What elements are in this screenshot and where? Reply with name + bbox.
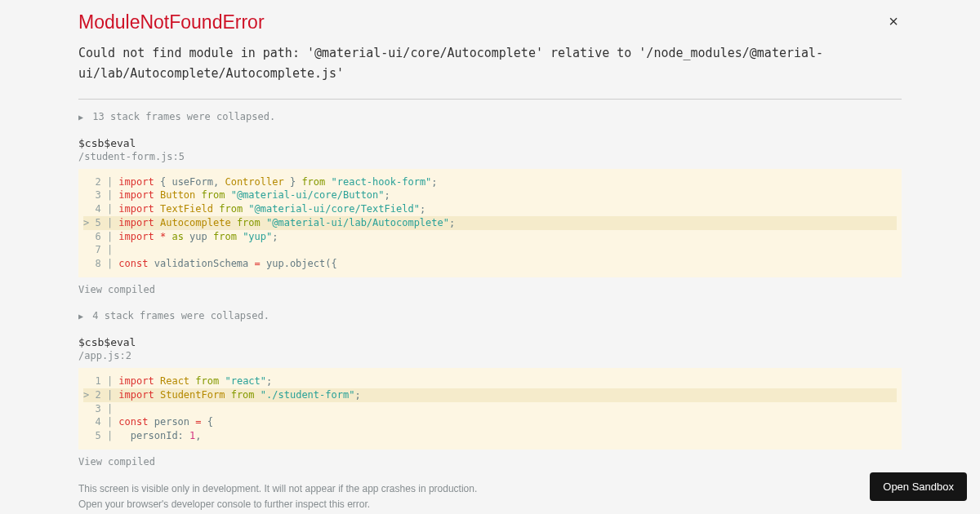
open-sandbox-button[interactable]: Open Sandbox: [870, 472, 967, 501]
error-title: ModuleNotFoundError: [78, 11, 265, 33]
code-line: 2 | import { useForm, Controller } from …: [83, 175, 897, 189]
code-line: 8 | const validationSchema = yup.object(…: [83, 257, 897, 271]
code-line: 3 |: [83, 402, 897, 416]
error-overlay: ModuleNotFoundError × Could not find mod…: [0, 0, 980, 514]
code-line: 3 | import Button from "@material-ui/cor…: [83, 188, 897, 202]
header-row: ModuleNotFoundError ×: [78, 11, 902, 43]
footer-line: Open your browser's developer console to…: [78, 498, 902, 512]
code-line: 4 | import TextField from "@material-ui/…: [83, 202, 897, 216]
code-line: 4 | const person = {: [83, 415, 897, 429]
footer-line: This screen is visible only in developme…: [78, 482, 902, 496]
code-line: > 2 | import StudentForm from "./student…: [83, 388, 897, 402]
code-block: 1 | import React from "react";> 2 | impo…: [78, 368, 902, 450]
footer-notes: This screen is visible only in developme…: [78, 482, 902, 514]
view-compiled-link[interactable]: View compiled: [78, 284, 902, 295]
collapsed-frames-toggle[interactable]: ▶ 13 stack frames were collapsed.: [78, 111, 902, 122]
expand-arrow-icon: ▶: [78, 113, 83, 122]
frame-function-name: $csb$eval: [78, 137, 902, 149]
code-block: 2 | import { useForm, Controller } from …: [78, 169, 902, 278]
error-message: Could not find module in path: '@materia…: [78, 43, 902, 84]
expand-arrow-icon: ▶: [78, 312, 83, 321]
frame-location: /student-form.js:5: [78, 151, 902, 162]
code-line: 5 | personId: 1,: [83, 429, 897, 443]
code-line: > 5 | import Autocomplete from "@materia…: [83, 216, 897, 230]
view-compiled-link[interactable]: View compiled: [78, 456, 902, 467]
code-line: 7 |: [83, 243, 897, 257]
divider: [78, 99, 902, 100]
code-line: 6 | import * as yup from "yup";: [83, 230, 897, 244]
frame-function-name: $csb$eval: [78, 336, 902, 348]
collapsed-frames-toggle[interactable]: ▶ 4 stack frames were collapsed.: [78, 310, 902, 321]
frame-location: /app.js:2: [78, 350, 902, 361]
code-line: 1 | import React from "react";: [83, 374, 897, 388]
close-icon[interactable]: ×: [885, 11, 902, 31]
